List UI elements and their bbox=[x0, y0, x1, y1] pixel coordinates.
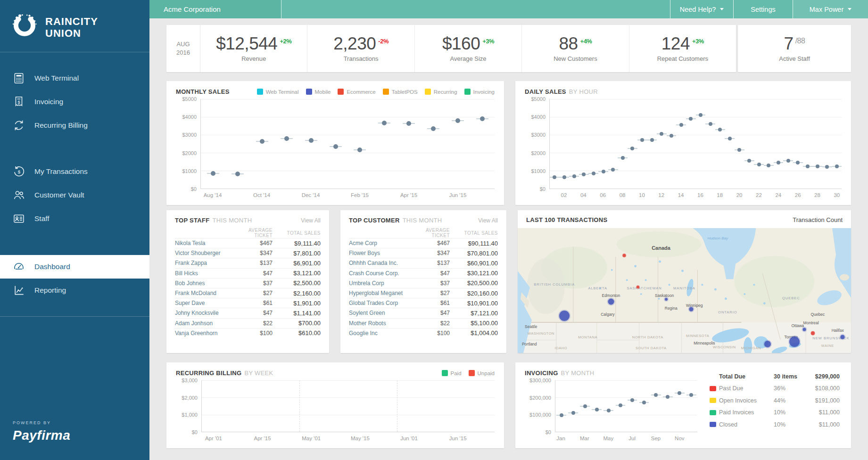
y-tick-label: $5000 bbox=[531, 96, 546, 102]
table-row[interactable]: Flower Boys$347$70,801.00 bbox=[349, 248, 498, 258]
table-row[interactable]: Nikola Tesla$467$9,111.40 bbox=[175, 238, 321, 248]
sidebar-item-my-transactions[interactable]: $My Transactions bbox=[0, 160, 149, 183]
x-tick-label: Feb '15 bbox=[347, 192, 372, 198]
average-marker bbox=[786, 159, 790, 163]
invoice-status-swatch bbox=[710, 398, 719, 403]
top-customer-view-all-link[interactable]: View All bbox=[478, 217, 498, 224]
average-marker bbox=[806, 164, 810, 168]
table-row[interactable]: Acme Corp$467$90,111.40 bbox=[349, 238, 498, 248]
daily-sales-title: DAILY SALES bbox=[525, 88, 566, 95]
legend-label: Web Terminal bbox=[266, 89, 299, 95]
table-row[interactable]: Crash Course Corp.$47$30,121.00 bbox=[349, 268, 498, 278]
table-row[interactable]: Super Dave$61$1,901.00 bbox=[175, 298, 321, 308]
raincity-logo-icon bbox=[11, 14, 38, 41]
bar-Jun15 bbox=[446, 99, 470, 189]
average-marker bbox=[796, 161, 800, 164]
recurring-billing-title: RECURRING BILLING bbox=[176, 370, 241, 377]
invoice-status-amount: $191,000 bbox=[800, 397, 840, 404]
sidebar-item-invoicing[interactable]: $Invoicing bbox=[0, 90, 149, 114]
legend-label: Recurring bbox=[434, 89, 457, 95]
bar-Apr01 bbox=[202, 380, 226, 432]
row-average-ticket: $47 bbox=[236, 270, 273, 277]
y-tick-label: $1,000 bbox=[182, 412, 198, 418]
legend-swatch bbox=[469, 370, 475, 376]
row-total-sales: $1,004.00 bbox=[450, 329, 498, 337]
transactions-map[interactable]: CanadaHudson BayBRITISH COLUMBIAALBERTAS… bbox=[518, 228, 851, 353]
average-marker bbox=[480, 116, 485, 121]
sidebar-item-label: Web Terminal bbox=[34, 74, 79, 82]
sidebar-item-staff[interactable]: Staff bbox=[0, 207, 149, 230]
table-row[interactable]: Frank McDoland$27$2,160.00 bbox=[175, 288, 321, 298]
powered-by-block: POWERED BY Payfirma bbox=[0, 420, 149, 460]
invoice-status-pct: 10% bbox=[774, 421, 800, 428]
top-staff-panel: TOP STAFF THIS MONTH View All AVERAGE TI… bbox=[166, 210, 329, 353]
x-tick-label: Apr '01 bbox=[201, 435, 226, 441]
row-average-ticket: $22 bbox=[413, 320, 450, 327]
row-total-sales: $10,901.00 bbox=[450, 300, 498, 307]
row-average-ticket: $37 bbox=[236, 280, 273, 287]
y-tick-label: $200,000 bbox=[529, 395, 551, 401]
legend-label: Unpaid bbox=[478, 370, 495, 376]
kpi-transactions: 2,230-2%Transactions bbox=[307, 25, 414, 72]
table-row[interactable]: Bob Johnes$37$2,500.00 bbox=[175, 278, 321, 288]
table-row[interactable]: Vanja Greenhorn$100$610.00 bbox=[175, 328, 321, 338]
bar-May15 bbox=[421, 99, 446, 189]
table-row[interactable]: Mother Robots$22$5,100.00 bbox=[349, 318, 498, 328]
bar-Jun15 bbox=[446, 380, 471, 432]
bar-22 bbox=[754, 99, 764, 189]
row-average-ticket: $137 bbox=[236, 260, 273, 266]
x-tick-label: Apr '15 bbox=[250, 435, 275, 441]
invoice-status-swatch bbox=[710, 422, 719, 427]
row-average-ticket: $27 bbox=[413, 290, 450, 296]
table-row[interactable]: Frank Zappa$137$6,901.00 bbox=[175, 258, 321, 268]
table-row[interactable]: Ohhhh Canada Inc.$137$60,901.00 bbox=[349, 258, 498, 268]
kpi-average-size: $160+3%Average Size bbox=[415, 25, 522, 72]
legend-item: Mobile bbox=[306, 89, 331, 95]
sidebar-item-customer-vault[interactable]: Customer Vault bbox=[0, 183, 149, 207]
bar-06 bbox=[598, 99, 608, 189]
average-marker bbox=[592, 172, 595, 175]
table-row[interactable]: Global Trades Corp$61$10,901.00 bbox=[349, 298, 498, 308]
user-menu-button[interactable]: Max Power bbox=[793, 0, 868, 18]
row-name: Hyperglobal Meganet bbox=[349, 290, 413, 296]
invoicing-chart: $300,000$200,000$100,000$0JanMarMayJulSe… bbox=[525, 380, 697, 444]
table-row[interactable]: Johny Knocksvile$47$1,141.00 bbox=[175, 308, 321, 318]
bar-Apr08 bbox=[226, 380, 251, 432]
table-row[interactable]: Bill Hicks$47$3,121.00 bbox=[175, 268, 321, 278]
sidebar-group: DashboardReporting bbox=[0, 255, 149, 302]
table-row[interactable]: Adam Jonhson$22$700.00 bbox=[175, 318, 321, 328]
recurring-billing-legend: PaidUnpaid bbox=[442, 370, 495, 376]
row-total-sales: $2,500.00 bbox=[273, 279, 321, 287]
row-name: Frank McDoland bbox=[175, 290, 236, 296]
sidebar-item-web-terminal[interactable]: Web Terminal bbox=[0, 66, 149, 90]
sidebar-item-reporting[interactable]: Reporting bbox=[0, 279, 149, 302]
settings-button[interactable]: Settings bbox=[733, 0, 793, 18]
sidebar-item-label: Staff bbox=[34, 214, 50, 223]
row-total-sales: $3,121.00 bbox=[273, 270, 321, 277]
daily-sales-subtitle: BY HOUR bbox=[569, 88, 598, 95]
row-average-ticket: $22 bbox=[236, 320, 273, 327]
need-help-button[interactable]: Need Help? bbox=[670, 0, 733, 18]
merchant-name[interactable]: Acme Corporation bbox=[149, 0, 281, 18]
row-total-sales: $90,111.40 bbox=[450, 240, 498, 247]
table-row[interactable]: Victor Shouberger$347$7,801.00 bbox=[175, 248, 321, 258]
table-row[interactable]: Umbrela Corp$37$20,500.00 bbox=[349, 278, 498, 288]
table-row[interactable]: Soylent Green$47$7,121.00 bbox=[349, 308, 498, 318]
invoice-status-swatch bbox=[710, 386, 719, 391]
invoicing-panel: INVOICING BY MONTH $300,000$200,000$100,… bbox=[515, 362, 851, 448]
map-bubble bbox=[559, 311, 570, 321]
row-total-sales: $1,901.00 bbox=[273, 300, 321, 307]
bar-Apr22 bbox=[275, 380, 299, 432]
sidebar-item-recurring-billing[interactable]: Recurring Billing bbox=[0, 114, 149, 137]
bar-04 bbox=[579, 99, 589, 189]
legend-swatch bbox=[464, 89, 471, 95]
average-marker bbox=[260, 139, 265, 144]
bar-02 bbox=[560, 99, 570, 189]
gauge-icon bbox=[13, 261, 25, 273]
top-staff-view-all-link[interactable]: View All bbox=[301, 217, 321, 224]
table-row[interactable]: Hyperglobal Meganet$27$20,160.00 bbox=[349, 288, 498, 298]
table-row[interactable]: Googlie Inc$100$1,004.00 bbox=[349, 328, 498, 338]
x-tick-label: 08 bbox=[618, 192, 628, 198]
sidebar-item-dashboard[interactable]: Dashboard bbox=[0, 255, 149, 279]
bar-Aug14 bbox=[201, 99, 225, 189]
